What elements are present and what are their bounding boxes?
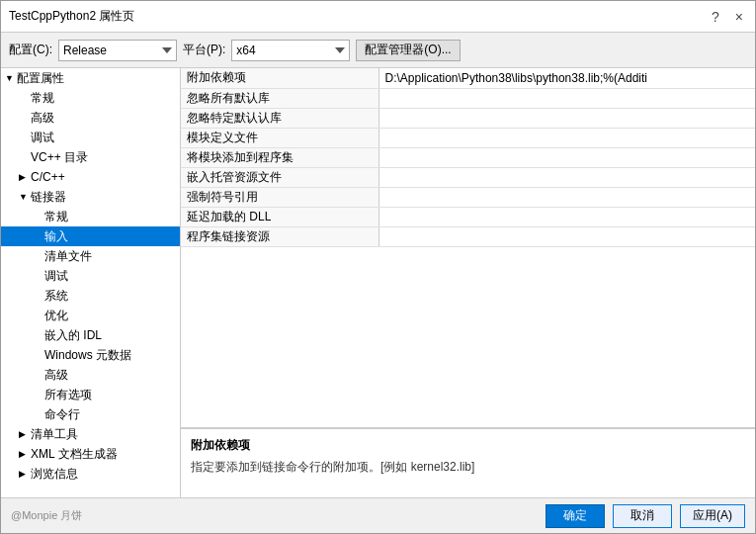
tree-arrow: ▶	[19, 449, 31, 459]
tree-arrow: ▼	[5, 73, 17, 83]
tree-item-linker-advanced[interactable]: 高级	[1, 365, 180, 385]
cancel-button[interactable]: 取消	[613, 504, 672, 528]
desc-text: 指定要添加到链接命令行的附加项。[例如 kernel32.lib]	[191, 458, 745, 476]
properties-table: 附加依赖项 D:\Application\Python38\libs\pytho…	[181, 68, 755, 247]
prop-value	[378, 226, 755, 246]
tree-item-label: 嵌入的 IDL	[44, 327, 102, 344]
platform-label: 平台(P):	[183, 42, 225, 58]
tree-item-linker-allopt[interactable]: 所有选项	[1, 385, 180, 404]
prop-name: 嵌入托管资源文件	[181, 167, 378, 187]
tree-item-label: 清单工具	[31, 426, 78, 443]
tree-item-label: 链接器	[31, 189, 66, 206]
tree-item-label: 优化	[44, 308, 68, 324]
props-table: 附加依赖项 D:\Application\Python38\libs\pytho…	[181, 68, 755, 428]
tree-arrow: ▶	[19, 429, 31, 439]
tree-item-label: 所有选项	[44, 387, 92, 403]
table-row[interactable]: 将模块添加到程序集	[181, 147, 755, 167]
desc-title: 附加依赖项	[191, 437, 745, 454]
right-panel: 附加依赖项 D:\Application\Python38\libs\pytho…	[181, 68, 755, 497]
tree-item-label: 命令行	[44, 406, 80, 423]
tree-item-linker-optimize[interactable]: 优化	[1, 306, 180, 325]
tree-item-label: Windows 元数据	[44, 347, 131, 364]
tree-item-label: 浏览信息	[31, 466, 78, 483]
close-button[interactable]: ×	[731, 9, 747, 25]
prop-value: D:\Application\Python38\libs\python38.li…	[378, 68, 755, 88]
prop-value	[378, 207, 755, 226]
tree-item-label: 配置属性	[17, 70, 64, 87]
table-row[interactable]: 附加依赖项 D:\Application\Python38\libs\pytho…	[181, 68, 755, 88]
prop-value	[378, 187, 755, 207]
prop-name: 忽略特定默认认库	[181, 108, 378, 128]
tree-arrow: ▶	[19, 172, 31, 182]
watermark: @Monpie 月饼	[11, 508, 538, 523]
window: TestCppPython2 属性页 ? × 配置(C): Release 平台…	[0, 0, 756, 534]
title-bar: TestCppPython2 属性页 ? ×	[1, 1, 755, 33]
tree-item-manifest-tool[interactable]: ▶清单工具	[1, 424, 180, 444]
tree-item-label: C/C++	[31, 170, 65, 184]
tree-arrow: ▼	[19, 192, 31, 202]
tree-item-browse[interactable]: ▶浏览信息	[1, 464, 180, 484]
tree-item-debug[interactable]: 调试	[1, 128, 180, 147]
table-row[interactable]: 忽略所有默认库	[181, 88, 755, 108]
tree-item-label: 常规	[44, 209, 68, 225]
prop-name: 将模块添加到程序集	[181, 147, 378, 167]
prop-value	[378, 88, 755, 108]
tree-item-cpp[interactable]: ▶C/C++	[1, 167, 180, 187]
tree-item-linker-cmdline[interactable]: 命令行	[1, 404, 180, 424]
tree-item-label: XML 文档生成器	[31, 446, 118, 463]
description-panel: 附加依赖项 指定要添加到链接命令行的附加项。[例如 kernel32.lib]	[181, 428, 755, 497]
tree-arrow: ▶	[19, 469, 31, 479]
tree-item-linker-idl[interactable]: 嵌入的 IDL	[1, 325, 180, 345]
config-manager-button[interactable]: 配置管理器(O)...	[356, 40, 460, 61]
title-controls: ? ×	[708, 9, 747, 25]
table-row[interactable]: 模块定义文件	[181, 128, 755, 147]
table-row[interactable]: 程序集链接资源	[181, 226, 755, 246]
table-row[interactable]: 忽略特定默认认库	[181, 108, 755, 128]
window-title: TestCppPython2 属性页	[9, 8, 134, 25]
table-row[interactable]: 嵌入托管资源文件	[181, 167, 755, 187]
prop-value	[378, 147, 755, 167]
tree-item-label: 常规	[31, 90, 54, 107]
tree-panel: ▼配置属性 常规 高级 调试 VC++ 目录▶C/C++▼链接器 常规 输入 清…	[1, 68, 181, 497]
ok-button[interactable]: 确定	[546, 504, 605, 528]
prop-name: 忽略所有默认库	[181, 88, 378, 108]
prop-value	[378, 167, 755, 187]
main-content: ▼配置属性 常规 高级 调试 VC++ 目录▶C/C++▼链接器 常规 输入 清…	[1, 68, 755, 497]
tree-item-label: 调试	[44, 268, 68, 285]
tree-item-label: 高级	[31, 110, 54, 127]
prop-name: 强制符号引用	[181, 187, 378, 207]
config-label: 配置(C):	[9, 42, 52, 58]
prop-name: 延迟加载的 DLL	[181, 207, 378, 226]
tree-item-label: 调试	[31, 130, 54, 146]
tree-item-label: 清单文件	[44, 248, 92, 265]
tree-item-linker-manifest[interactable]: 清单文件	[1, 246, 180, 266]
tree-item-label: 系统	[44, 288, 68, 305]
tree-item-linker-debug[interactable]: 调试	[1, 266, 180, 286]
tree-item-label: 输入	[44, 228, 68, 245]
toolbar: 配置(C): Release 平台(P): x64 配置管理器(O)...	[1, 33, 755, 68]
tree-item-linker-normal[interactable]: 常规	[1, 207, 180, 226]
tree-item-root[interactable]: ▼配置属性	[1, 68, 180, 88]
help-button[interactable]: ?	[708, 9, 723, 25]
platform-select[interactable]: x64	[231, 40, 350, 61]
config-select[interactable]: Release	[58, 40, 177, 61]
prop-name: 模块定义文件	[181, 128, 378, 147]
tree-item-xml-gen[interactable]: ▶XML 文档生成器	[1, 444, 180, 464]
tree-item-label: VC++ 目录	[31, 149, 88, 166]
tree-item-label: 高级	[44, 367, 68, 384]
tree-item-linker-system[interactable]: 系统	[1, 286, 180, 306]
prop-value	[378, 128, 755, 147]
prop-name: 程序集链接资源	[181, 226, 378, 246]
tree-item-linker-windows[interactable]: Windows 元数据	[1, 345, 180, 365]
tree-item-normal[interactable]: 常规	[1, 88, 180, 108]
tree-item-linker[interactable]: ▼链接器	[1, 187, 180, 207]
bottom-bar: @Monpie 月饼 确定 取消 应用(A)	[1, 497, 755, 533]
tree-item-vcpp[interactable]: VC++ 目录	[1, 147, 180, 167]
table-row[interactable]: 强制符号引用	[181, 187, 755, 207]
apply-button[interactable]: 应用(A)	[680, 504, 745, 528]
tree-item-advanced[interactable]: 高级	[1, 108, 180, 128]
tree-item-linker-input[interactable]: 输入	[1, 226, 180, 246]
prop-value	[378, 108, 755, 128]
prop-name: 附加依赖项	[181, 68, 378, 88]
table-row[interactable]: 延迟加载的 DLL	[181, 207, 755, 226]
